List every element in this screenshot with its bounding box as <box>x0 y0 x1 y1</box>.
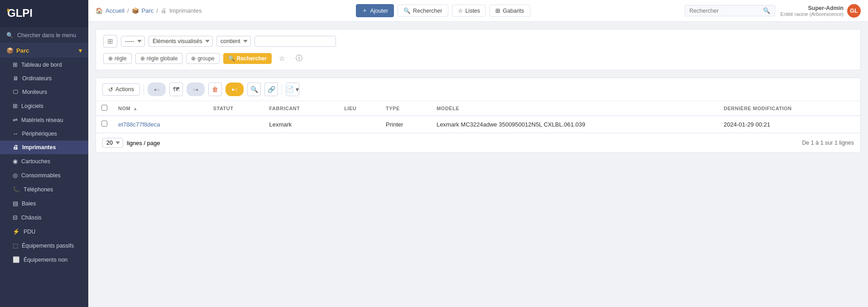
main-area: 🏠 Accueil / 📦 Parc / 🖨 Imprimantes ＋ Ajo… <box>88 0 868 307</box>
sidebar-item-pdu[interactable]: ⚡ PDU <box>0 224 88 239</box>
parc-icon: 📦 <box>6 47 14 54</box>
apps-icon: ⊞ <box>13 102 18 109</box>
phone-icon: 📞 <box>13 186 20 193</box>
link-button[interactable]: 🔗 <box>264 83 278 96</box>
global-search-input[interactable] <box>690 8 760 14</box>
nav-label: Logiciels <box>21 103 43 109</box>
search-small-button[interactable]: 🔍 <box>247 83 261 96</box>
sidebar: GLPI 🔍 Chercher dans le menu 📦 Parc ▾ ⊞ … <box>0 0 88 307</box>
breadcrumb: 🏠 Accueil / 📦 Parc / 🖨 Imprimantes <box>96 7 201 14</box>
gabarits-button[interactable]: ⊞ Gabarits <box>489 5 530 17</box>
regle-label: règle <box>115 55 127 62</box>
regle-globale-button[interactable]: ⊕ règle globale <box>135 53 183 64</box>
filter-contient-select[interactable]: contient <box>216 36 251 47</box>
parc-breadcrumb-icon: 📦 <box>132 7 139 14</box>
modele-header[interactable]: MODÈLE <box>431 101 718 116</box>
filter-elements-select[interactable]: Éléments visualisés <box>149 36 213 47</box>
user-avatar[interactable]: GL <box>847 4 861 18</box>
star-icon: ☆ <box>458 7 463 14</box>
sidebar-item-materiels-reseau[interactable]: ⇌ Matériels réseau <box>0 113 88 127</box>
nom-header[interactable]: NOM ▲ <box>113 101 208 116</box>
regle-button[interactable]: ⊕ règle <box>103 53 132 64</box>
parc-label: Parc <box>16 47 29 54</box>
sidebar-item-tableau-de-bord[interactable]: ⊞ Tableau de bord <box>0 58 88 72</box>
export-button[interactable]: 📄 ▾ <box>286 83 299 96</box>
printer-icon: 🖨 <box>13 144 19 151</box>
sidebar-item-consommables[interactable]: ◎ Consommables <box>0 168 88 182</box>
breadcrumb-parc[interactable]: Parc <box>142 7 154 14</box>
nav-label: Moniteurs <box>22 89 47 95</box>
filter-toggle-button[interactable]: ⊞ <box>103 35 117 48</box>
sidebar-item-equipements-non[interactable]: ⬜ Équipements non <box>0 253 88 267</box>
chassis-icon: ⊟ <box>13 214 18 221</box>
sidebar-item-equipements-passifs[interactable]: ⬚ Équipements passifs <box>0 239 88 253</box>
search-menu-label: Chercher dans le menu <box>17 32 76 39</box>
filter-card: ⊞ ----- Éléments visualisés contient ⊕ r… <box>96 29 861 70</box>
topbar-right: 🔍 Super-Admin Entité racine (Arborescenc… <box>685 4 861 18</box>
sidebar-item-peripheriques[interactable]: ↔ Périphériques <box>0 127 88 141</box>
monitor-icon: 🖥 <box>13 75 19 82</box>
lieu-header[interactable]: LIEU <box>339 101 380 116</box>
toggle-on-button[interactable]: ●○ <box>225 83 244 96</box>
ajouter-button[interactable]: ＋ Ajouter <box>356 4 394 17</box>
row-checkbox-cell <box>96 116 113 133</box>
gabarits-icon: ⊞ <box>495 7 500 14</box>
sidebar-item-baies[interactable]: ▤ Baies <box>0 196 88 210</box>
search-menu-item[interactable]: 🔍 Chercher dans le menu <box>0 27 88 44</box>
toggle-off2-button[interactable]: ○● <box>187 83 205 96</box>
groupe-icon: ⊕ <box>191 55 196 62</box>
table-body: et788c77f8deca Lexmark Printer <box>96 116 860 133</box>
user-entity: Entité racine (Arborescence) <box>781 11 844 17</box>
parc-section-header[interactable]: 📦 Parc ▾ <box>0 44 88 58</box>
cartridge-icon: ◉ <box>13 158 18 165</box>
filter-row-2: ⊕ règle ⊕ règle globale ⊕ groupe 🔍 Reche… <box>103 52 853 64</box>
actions-label: Actions <box>115 86 134 93</box>
row-nom-cell: et788c77f8deca <box>113 116 208 133</box>
sidebar-item-imprimantes[interactable]: 🖨 Imprimantes <box>0 141 88 154</box>
toggle-off-button[interactable]: ●○ <box>148 83 166 96</box>
sidebar-item-ordinateurs[interactable]: 🖥 Ordinateurs <box>0 72 88 85</box>
info-button[interactable]: ⓘ <box>292 52 306 64</box>
groupe-button[interactable]: ⊕ groupe <box>186 53 219 64</box>
actions-button[interactable]: ↺ Actions <box>102 83 140 96</box>
grid-icon: ⊞ <box>13 61 18 68</box>
statut-header[interactable]: STATUT <box>208 101 264 116</box>
type-header[interactable]: TYPE <box>380 101 431 116</box>
map-button[interactable]: 🗺 <box>169 83 183 96</box>
filter-type-select[interactable]: ----- <box>121 36 145 47</box>
actions-arrow-icon: ↺ <box>108 86 113 93</box>
select-all-checkbox[interactable] <box>101 105 107 111</box>
nav-label: Périphériques <box>22 131 57 137</box>
rechercher-filter-label: Rechercher <box>237 55 267 62</box>
sidebar-item-cartouches[interactable]: ◉ Cartouches <box>0 154 88 168</box>
printer-link[interactable]: et788c77f8deca <box>118 121 160 128</box>
filter-value-input[interactable] <box>254 36 336 47</box>
listes-button[interactable]: ☆ Listes <box>452 5 486 17</box>
sidebar-item-telephones[interactable]: 📞 Téléphones <box>0 182 88 196</box>
bookmark-button[interactable]: ☆ <box>275 53 288 64</box>
nav-label: Tableau de bord <box>21 62 62 68</box>
delete-button[interactable]: 🗑 <box>208 83 222 96</box>
breadcrumb-accueil[interactable]: Accueil <box>106 7 125 14</box>
per-page-select[interactable]: 20 <box>102 138 123 148</box>
chevron-icon: ▾ <box>79 47 82 54</box>
breadcrumb-sep2: / <box>156 7 158 14</box>
pagination-info: De 1 à 1 sur 1 lignes <box>802 140 854 146</box>
row-checkbox[interactable] <box>101 121 107 127</box>
sort-arrow-icon: ▲ <box>133 106 138 111</box>
pdu-icon: ⚡ <box>13 228 20 235</box>
rechercher-top-button[interactable]: 🔍 Rechercher <box>398 5 448 17</box>
per-page-label: lignes / page <box>127 140 160 146</box>
user-name: Super-Admin <box>781 5 844 11</box>
derniere-mod-header[interactable]: DERNIÈRE MODIFICATION <box>718 101 860 116</box>
row-type: Printer <box>386 121 403 128</box>
gabarits-label: Gabarits <box>503 8 524 14</box>
sidebar-item-moniteurs[interactable]: 🖵 Moniteurs <box>0 85 88 99</box>
fabricant-header[interactable]: FABRICANT <box>264 101 339 116</box>
sidebar-item-logiciels[interactable]: ⊞ Logiciels <box>0 99 88 113</box>
nav-label: Équipements non <box>24 257 67 263</box>
global-search-bar[interactable]: 🔍 <box>685 5 775 16</box>
sidebar-item-chassis[interactable]: ⊟ Châssis <box>0 210 88 224</box>
breadcrumb-imprimantes: Imprimantes <box>169 7 202 14</box>
rechercher-filter-button[interactable]: 🔍 Rechercher <box>223 53 272 64</box>
